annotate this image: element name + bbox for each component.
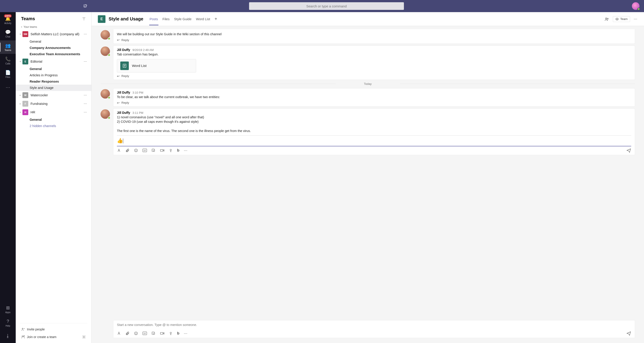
channel-tab[interactable]: Style Guide [172, 17, 194, 21]
team-row[interactable]: ▾SMSelfish Matters LLC (company all)⋯ [16, 30, 91, 38]
avatar[interactable] [100, 109, 110, 119]
activity-badge: 2373 [4, 14, 12, 18]
svg-point-5 [606, 18, 607, 19]
rail-download[interactable]: ⭳ [0, 329, 16, 343]
rail-chat[interactable]: 💬 Chat [0, 27, 16, 41]
channel-row[interactable]: Style and Usage [16, 85, 91, 91]
format-icon[interactable] [117, 148, 121, 152]
sticker-icon[interactable] [152, 148, 156, 152]
channel-row[interactable]: Company Announcements [16, 45, 91, 51]
rail-help[interactable]: ? Help [0, 316, 16, 329]
attach-icon[interactable] [126, 148, 130, 152]
filter-icon[interactable] [82, 17, 86, 21]
reply-button[interactable]: ↩ Reply [117, 74, 631, 78]
send-icon[interactable] [626, 331, 631, 335]
svg-point-3 [23, 336, 24, 337]
reply-button[interactable]: ↩ Reply [117, 38, 631, 42]
bing-icon[interactable]: b [177, 148, 179, 153]
rail-apps[interactable]: ⊞ Apps [0, 302, 16, 316]
inline-compose[interactable]: 👍 GIF b ⋯ [117, 135, 631, 153]
team-row[interactable]: ▾HHR⋯ [16, 108, 91, 117]
team-more-icon[interactable]: ⋯ [82, 32, 89, 36]
channel-row[interactable]: General [16, 66, 91, 72]
channel-tab[interactable]: Posts [148, 17, 160, 21]
message-list: We will be building out our Style Guide … [92, 26, 644, 320]
rail-activity[interactable]: 2373 🔔 Activity [0, 14, 16, 27]
emoji-icon[interactable] [134, 331, 138, 335]
avatar[interactable] [100, 89, 110, 99]
channel-row[interactable]: General [16, 117, 91, 123]
stream-icon[interactable] [169, 331, 172, 335]
caret-icon: ▾ [20, 111, 22, 113]
rail-files[interactable]: 📄 Files [0, 67, 16, 81]
gif-icon[interactable]: GIF [142, 331, 147, 335]
channel-header: E Style and Usage PostsFilesStyle GuideW… [92, 12, 644, 26]
meet-icon[interactable] [160, 149, 164, 152]
attach-icon[interactable] [126, 331, 130, 335]
gif-icon[interactable]: GIF [142, 149, 147, 152]
team-row[interactable]: ▸WWatercooler⋯ [16, 91, 91, 99]
svg-point-6 [607, 18, 608, 19]
meet-icon[interactable] [160, 331, 164, 335]
channel-tab[interactable]: Files [160, 17, 172, 21]
channel-row[interactable]: General [16, 38, 91, 45]
channel-tab[interactable]: Word List [194, 17, 212, 21]
message: Jill Duffy 3:10 PM To be clear, as we ta… [113, 88, 635, 107]
team-tile: F [22, 101, 28, 107]
channel-row[interactable]: 2 hidden channels [16, 123, 91, 129]
new-chat-button[interactable] [81, 2, 90, 11]
new-conversation-compose[interactable]: Start a new conversation. Type @ to ment… [113, 320, 635, 338]
reply-arrow-icon: ↩ [117, 101, 120, 105]
team-label: Editorial [30, 60, 82, 63]
invite-people[interactable]: Invite people [20, 325, 87, 333]
people-icon[interactable] [604, 17, 609, 22]
svg-point-7 [616, 19, 618, 20]
format-icon[interactable] [117, 331, 121, 335]
download-icon: ⭳ [6, 333, 10, 338]
channel-row[interactable]: Articles in Progress [16, 72, 91, 78]
emoji-icon[interactable] [134, 148, 138, 152]
stream-icon[interactable] [169, 148, 172, 152]
message-time: 3:10 PM [132, 91, 143, 94]
toolbar-more-icon[interactable]: ⋯ [184, 148, 187, 153]
app-rail: 2373 🔔 Activity 💬 Chat 👥 Teams 📞 Calls 📄… [0, 12, 16, 343]
reply-arrow-icon: ↩ [117, 74, 120, 78]
reply-button[interactable]: ↩ Reply [117, 101, 631, 105]
channel-content: E Style and Usage PostsFilesStyle GuideW… [92, 12, 644, 343]
svg-point-14 [153, 150, 153, 150]
add-tab-button[interactable]: + [212, 16, 220, 22]
team-more-icon[interactable]: ⋯ [82, 110, 89, 114]
message-with-compose: Jill Duffy 3:11 PM 1) novel coronavirus … [113, 108, 635, 155]
profile-avatar[interactable] [632, 2, 640, 10]
bing-icon[interactable]: b [177, 331, 179, 335]
avatar[interactable] [100, 47, 110, 56]
team-row[interactable]: ▸FFundraising⋯ [16, 99, 91, 108]
team-more-icon[interactable]: ⋯ [82, 102, 89, 106]
more-icon: ⋯ [6, 85, 10, 90]
toolbar-more-icon[interactable]: ⋯ [184, 331, 187, 335]
avatar[interactable] [100, 30, 110, 40]
team-visibility-pill[interactable]: Team [613, 16, 630, 22]
rail-calls[interactable]: 📞 Calls [0, 54, 16, 67]
svg-rect-0 [84, 5, 86, 7]
file-icon: 📄 [5, 70, 11, 75]
your-teams-label[interactable]: Your teams [16, 24, 91, 30]
channel-more-icon[interactable]: ⋯ [634, 17, 638, 21]
card-label: Word List [132, 64, 146, 68]
rail-teams[interactable]: 👥 Teams [0, 41, 16, 54]
channel-row[interactable]: Executive Team Announcements [16, 51, 91, 57]
tab-card[interactable]: Word List [117, 59, 196, 73]
team-more-icon[interactable]: ⋯ [82, 60, 89, 63]
join-create-team[interactable]: Join or create a team [21, 335, 56, 339]
channel-row[interactable]: Reader Responses [16, 78, 91, 85]
phone-icon: 📞 [5, 56, 11, 62]
search-input[interactable] [249, 2, 404, 10]
send-icon[interactable] [626, 148, 631, 153]
team-more-icon[interactable]: ⋯ [82, 93, 89, 97]
rail-more[interactable]: ⋯ [0, 81, 16, 94]
team-row[interactable]: ▾EEditorial⋯ [16, 57, 91, 66]
message-text: To be clear, as we talk about the curren… [117, 95, 631, 99]
caret-icon: ▸ [20, 103, 22, 105]
settings-icon[interactable] [82, 335, 86, 339]
sticker-icon[interactable] [152, 331, 156, 335]
